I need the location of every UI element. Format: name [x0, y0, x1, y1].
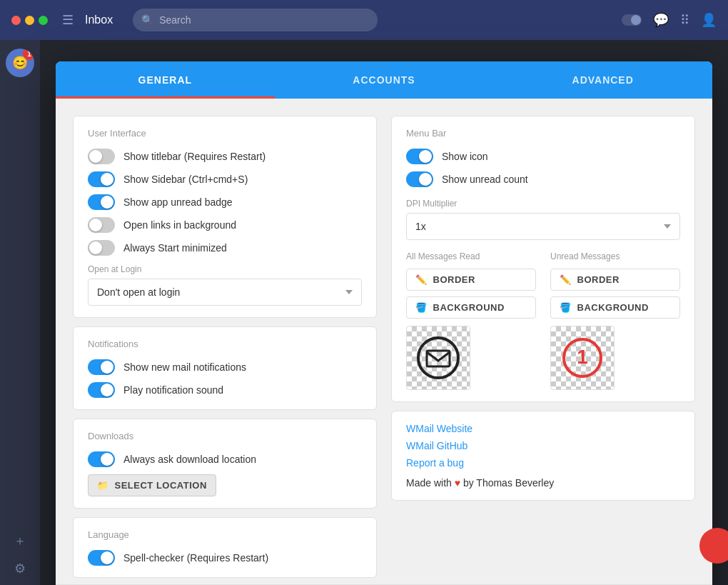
report-bug-link[interactable]: Report a bug	[406, 457, 680, 469]
toggle-label-spellcheck: Spell-checker (Requires Restart)	[123, 552, 268, 564]
toggle-label-notifications: Show new mail notifications	[123, 361, 246, 373]
search-icon: 🔍	[141, 14, 153, 26]
toggle-sound[interactable]	[88, 382, 115, 398]
wmail-github-link[interactable]: WMail GitHub	[406, 440, 680, 451]
background-icon-2: 🪣	[560, 302, 572, 313]
toggle-titlebar[interactable]	[88, 149, 115, 164]
chat-icon[interactable]: 💬	[653, 12, 669, 28]
settings-modal: GENERAL ACCOUNTS ADVANCED User Interface…	[56, 61, 712, 585]
toggle-links[interactable]	[88, 217, 115, 233]
menubar-title: Menu Bar	[406, 128, 680, 139]
border-icon-2: ✏️	[560, 274, 572, 285]
toggle-unreadcount[interactable]	[406, 171, 433, 187]
toggle-row-badge: Show app unread badge	[88, 194, 362, 210]
add-icon[interactable]: ＋	[14, 532, 26, 549]
tab-general[interactable]: GENERAL	[56, 61, 275, 99]
all-read-background-button[interactable]: 🪣 BACKGROUND	[406, 296, 536, 319]
user-interface-card: User Interface Show titlebar (Requires R…	[73, 116, 377, 318]
tab-advanced[interactable]: ADVANCED	[493, 61, 712, 99]
toggle-label-sound: Play notification sound	[123, 384, 223, 396]
unread-background-button[interactable]: 🪣 BACKGROUND	[550, 296, 680, 319]
downloads-card: Downloads Always ask download location 📁…	[73, 419, 377, 509]
dpi-label: DPI Multiplier	[406, 199, 680, 209]
heart-icon: ♥	[455, 477, 460, 489]
menubar-card: Menu Bar Show icon Show unread count DPI…	[391, 116, 695, 402]
toggle-row-spellcheck: Spell-checker (Requires Restart)	[88, 550, 362, 566]
avatar[interactable]: 😊 1	[6, 49, 34, 77]
toggle-label-badge: Show app unread badge	[123, 196, 233, 208]
main-area: GENERAL ACCOUNTS ADVANCED User Interface…	[40, 40, 728, 585]
minimize-traffic-light[interactable]	[25, 16, 34, 25]
unread-messages-group: Unread Messages ✏️ BORDER 🪣 BACKGROUND	[550, 251, 680, 390]
toggle-icon[interactable]	[622, 14, 642, 26]
select-location-button[interactable]: 📁 SELECT LOCATION	[88, 474, 216, 496]
toggle-row-notifications: Show new mail notifications	[88, 359, 362, 375]
toggle-badge[interactable]	[88, 194, 115, 210]
toggle-label-links: Open links in background	[123, 219, 236, 231]
background-icon: 🪣	[415, 302, 428, 313]
toggle-label-showicon: Show icon	[442, 151, 488, 162]
all-read-buttons: ✏️ BORDER 🪣 BACKGROUND	[406, 269, 536, 319]
titlebar: ☰ Inbox 🔍 💬 ⠿ 👤	[0, 0, 728, 40]
toggle-showicon[interactable]	[406, 149, 433, 164]
all-read-border-button[interactable]: ✏️ BORDER	[406, 269, 536, 291]
toggle-label-unreadcount: Show unread count	[442, 174, 528, 185]
downloads-title: Downloads	[88, 431, 362, 441]
toggle-label-titlebar: Show titlebar (Requires Restart)	[123, 151, 266, 162]
wmail-website-link[interactable]: WMail Website	[406, 423, 680, 434]
modal-tabs: GENERAL ACCOUNTS ADVANCED	[56, 61, 712, 99]
toggle-row-links: Open links in background	[88, 217, 362, 233]
traffic-lights	[11, 16, 48, 25]
icon-section: All Messages Read ✏️ BORDER 🪣 BACKGROUND	[406, 251, 680, 390]
links-card: WMail Website WMail GitHub Report a bug …	[391, 411, 695, 501]
all-messages-read-group: All Messages Read ✏️ BORDER 🪣 BACKGROUND	[406, 251, 536, 390]
toggle-notifications[interactable]	[88, 359, 115, 375]
sidebar: 😊 1 ＋ ⚙	[0, 40, 40, 585]
toggle-minimized[interactable]	[88, 240, 115, 256]
unread-preview: 1	[550, 326, 615, 390]
language-title: Language	[88, 529, 362, 540]
notifications-title: Notifications	[88, 339, 362, 349]
right-column: Menu Bar Show icon Show unread count DPI…	[391, 116, 695, 567]
open-at-login-wrapper: Open at Login Don't open at login Open a…	[88, 264, 362, 306]
toggle-row-sound: Play notification sound	[88, 382, 362, 398]
ui-section-title: User Interface	[88, 128, 362, 139]
modal-overlay: GENERAL ACCOUNTS ADVANCED User Interface…	[40, 40, 728, 585]
search-input[interactable]	[159, 14, 368, 26]
account-icon[interactable]: 👤	[701, 12, 717, 28]
svg-rect-1	[427, 351, 450, 366]
folder-icon: 📁	[97, 480, 109, 491]
unread-messages-title: Unread Messages	[550, 251, 680, 261]
all-read-preview	[406, 326, 470, 390]
open-at-login-select[interactable]: Don't open at login Open at login Open m…	[88, 279, 362, 306]
titlebar-title: Inbox	[85, 14, 113, 26]
svg-text:1: 1	[577, 346, 588, 368]
modal-body: User Interface Show titlebar (Requires R…	[56, 99, 712, 584]
unread-badge: 1	[23, 49, 34, 60]
search-bar[interactable]: 🔍	[133, 9, 377, 31]
grid-icon[interactable]: ⠿	[680, 12, 689, 28]
toggle-row-showicon: Show icon	[406, 149, 680, 164]
open-at-login-label: Open at Login	[88, 264, 362, 274]
dpi-section: DPI Multiplier 1x 2x	[406, 199, 680, 240]
toggle-sidebar[interactable]	[88, 171, 115, 187]
badge-icon-svg: 1	[561, 336, 604, 379]
maximize-traffic-light[interactable]	[39, 16, 48, 25]
toggle-label-download: Always ask download location	[123, 454, 256, 465]
dpi-select[interactable]: 1x 2x	[406, 213, 680, 240]
sidebar-bottom: ＋ ⚙	[14, 532, 26, 576]
toggle-row-minimized: Always Start minimized	[88, 240, 362, 256]
all-messages-read-title: All Messages Read	[406, 251, 536, 261]
toggle-row-sidebar: Show Sidebar (Ctrl+cmd+S)	[88, 171, 362, 187]
toggle-row-download: Always ask download location	[88, 451, 362, 467]
hamburger-icon[interactable]: ☰	[62, 12, 74, 28]
close-traffic-light[interactable]	[11, 16, 21, 25]
left-column: User Interface Show titlebar (Requires R…	[73, 116, 377, 567]
unread-border-button[interactable]: ✏️ BORDER	[550, 269, 680, 291]
tab-accounts[interactable]: ACCOUNTS	[275, 61, 494, 99]
language-card: Language Spell-checker (Requires Restart…	[73, 517, 377, 578]
toggle-spellcheck[interactable]	[88, 550, 115, 566]
settings-icon[interactable]: ⚙	[14, 561, 26, 576]
toggle-row-unreadcount: Show unread count	[406, 171, 680, 187]
toggle-download[interactable]	[88, 451, 115, 467]
